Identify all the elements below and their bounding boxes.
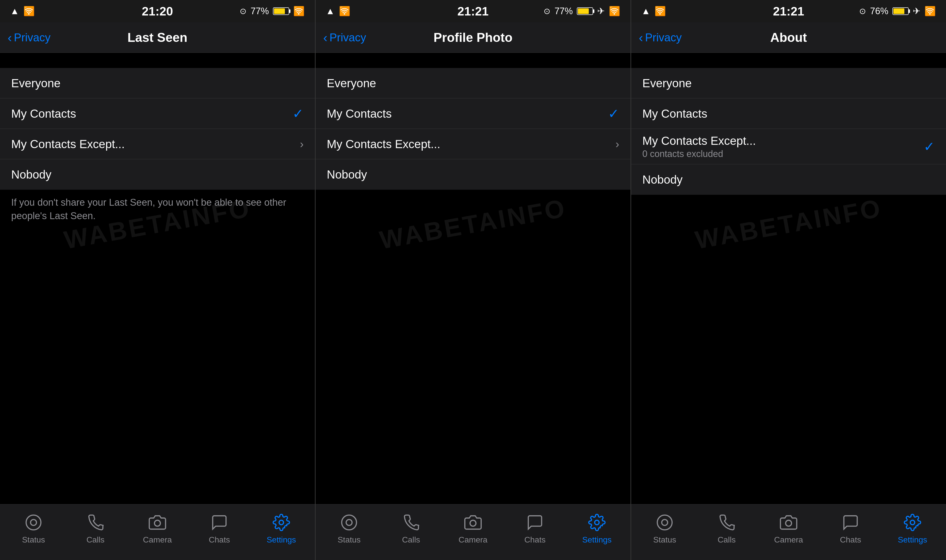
tab-item-camera[interactable]: Camera	[442, 512, 504, 545]
checkmark-icon: ✓	[924, 139, 935, 154]
tab-item-chats[interactable]: Chats	[188, 512, 250, 545]
chats-icon	[525, 512, 545, 532]
list-item-label: Nobody	[642, 173, 935, 186]
screen-container: ▲ 🛜21:20⊙77%🛜‹ PrivacyLast SeenEveryoneM…	[0, 0, 946, 560]
tab-item-calls[interactable]: Calls	[696, 512, 758, 545]
back-button[interactable]: ‹ Privacy	[8, 31, 51, 44]
tab-label-camera: Camera	[458, 535, 488, 545]
airplane-icon: ✈	[597, 6, 605, 17]
list-item-label: Nobody	[327, 168, 619, 182]
tab-item-settings[interactable]: Settings	[881, 512, 943, 545]
status-time: 21:21	[773, 4, 804, 18]
battery-icon	[892, 7, 909, 15]
list-item-nobody[interactable]: Nobody	[316, 159, 630, 190]
tab-bar: StatusCallsCameraChatsSettings	[631, 504, 946, 560]
status-right: ⊙76%✈🛜	[859, 6, 936, 17]
wifi-right-icon: 🛜	[609, 6, 620, 17]
tab-bar: StatusCallsCameraChatsSettings	[0, 504, 315, 560]
checkmark-icon: ✓	[292, 106, 304, 121]
calls-icon	[85, 512, 106, 532]
list-item-subtext: 0 contacts excluded	[642, 149, 723, 159]
list-item-my-contacts-except[interactable]: My Contacts Except...0 contacts excluded…	[631, 129, 946, 165]
list-item-label: Nobody	[11, 168, 304, 182]
status-bar: ▲ 🛜21:20⊙77%🛜	[0, 0, 315, 22]
list-item-label: My Contacts	[11, 107, 292, 120]
svg-point-8	[657, 515, 672, 530]
tab-item-settings[interactable]: Settings	[566, 512, 628, 545]
signal-icon: ▲	[641, 6, 650, 17]
settings-icon	[271, 512, 292, 532]
tab-item-status[interactable]: Status	[3, 512, 65, 545]
tab-item-camera[interactable]: Camera	[127, 512, 188, 545]
battery-percent: 76%	[870, 6, 888, 17]
list-item-right: ›	[616, 138, 619, 151]
panel-last-seen: ▲ 🛜21:20⊙77%🛜‹ PrivacyLast SeenEveryoneM…	[0, 0, 315, 560]
tab-label-chats: Chats	[840, 535, 861, 545]
tab-bar: StatusCallsCameraChatsSettings	[316, 504, 630, 560]
section-gap	[0, 53, 315, 68]
tab-item-camera[interactable]: Camera	[758, 512, 819, 545]
list-item-label: My Contacts Except...	[11, 137, 300, 151]
tab-label-camera: Camera	[143, 535, 172, 545]
battery-percent: 77%	[251, 6, 269, 17]
tab-label-camera: Camera	[774, 535, 803, 545]
svg-point-3	[279, 520, 284, 525]
panel-about: ▲ 🛜21:21⊙76%✈🛜‹ PrivacyAboutEveryoneMy C…	[631, 0, 946, 560]
chats-icon	[840, 512, 861, 532]
list-item-right: ›	[300, 138, 304, 151]
tab-label-chats: Chats	[209, 535, 230, 545]
list-item-label: My Contacts	[327, 107, 608, 120]
svg-point-6	[470, 520, 476, 526]
back-button[interactable]: ‹ Privacy	[323, 31, 366, 44]
calls-icon	[401, 512, 421, 532]
status-left: ▲ 🛜	[326, 6, 350, 17]
tab-label-settings: Settings	[582, 535, 612, 545]
signal-icon: ▲	[326, 6, 335, 17]
list-item-my-contacts[interactable]: My Contacts✓	[0, 98, 315, 129]
status-right: ⊙77%🛜	[240, 6, 305, 17]
chevron-left-icon: ‹	[323, 31, 327, 44]
back-button[interactable]: ‹ Privacy	[639, 31, 682, 44]
tab-label-status: Status	[653, 535, 676, 545]
location-icon: ⊙	[543, 6, 551, 16]
tab-label-settings: Settings	[267, 535, 296, 545]
list-item-nobody[interactable]: Nobody	[0, 159, 315, 190]
list-item-everyone[interactable]: Everyone	[316, 68, 630, 98]
list-container: EveryoneMy Contacts✓My Contacts Except..…	[0, 68, 315, 190]
list-item-my-contacts[interactable]: My Contacts✓	[316, 98, 630, 129]
list-item-my-contacts[interactable]: My Contacts	[631, 98, 946, 129]
location-icon: ⊙	[859, 6, 866, 16]
list-item-everyone[interactable]: Everyone	[631, 68, 946, 98]
list-item-everyone[interactable]: Everyone	[0, 68, 315, 98]
tab-item-calls[interactable]: Calls	[380, 512, 442, 545]
wifi-icon: 🛜	[23, 6, 35, 17]
list-item-my-contacts-except[interactable]: My Contacts Except...›	[0, 129, 315, 159]
list-item-my-contacts-except[interactable]: My Contacts Except...›	[316, 129, 630, 159]
panel-profile-photo: ▲ 🛜21:21⊙77%✈🛜‹ PrivacyProfile PhotoEver…	[316, 0, 631, 560]
list-item-right: ✓	[292, 106, 304, 121]
status-icon	[339, 512, 359, 532]
tab-item-calls[interactable]: Calls	[65, 512, 127, 545]
page-title: Profile Photo	[434, 30, 512, 45]
tab-item-settings[interactable]: Settings	[250, 512, 312, 545]
section-gap	[316, 53, 630, 68]
tab-item-chats[interactable]: Chats	[504, 512, 566, 545]
list-item-label: My Contacts Except...	[327, 137, 616, 151]
tab-item-status[interactable]: Status	[634, 512, 696, 545]
chats-icon	[209, 512, 230, 532]
watermark: WABETAINFO	[377, 193, 568, 255]
wifi-right-icon: 🛜	[924, 6, 936, 17]
list-item-nobody[interactable]: Nobody	[631, 165, 946, 195]
tab-item-status[interactable]: Status	[318, 512, 380, 545]
status-left: ▲ 🛜	[641, 6, 666, 17]
tab-label-settings: Settings	[898, 535, 927, 545]
status-icon	[654, 512, 675, 532]
checkmark-icon: ✓	[608, 106, 619, 121]
camera-icon	[778, 512, 799, 532]
signal-icon: ▲	[10, 6, 19, 17]
list-item-label: My Contacts	[642, 107, 935, 120]
tab-item-chats[interactable]: Chats	[819, 512, 881, 545]
chevron-right-icon: ›	[300, 138, 304, 151]
tab-label-calls: Calls	[86, 535, 104, 545]
list-container: EveryoneMy Contacts✓My Contacts Except..…	[316, 68, 630, 190]
